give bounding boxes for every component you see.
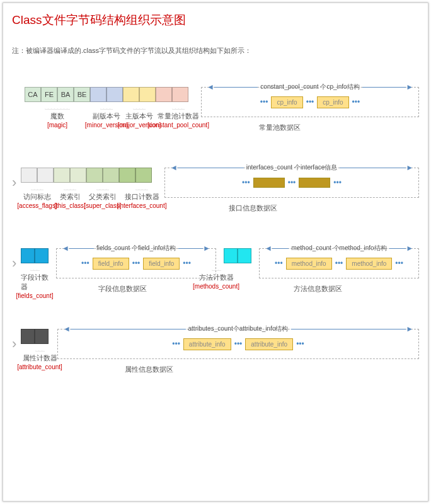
label-key: [attribute_count] xyxy=(17,364,62,370)
attribute-info-box: attribute_info xyxy=(183,338,231,350)
constant-pool-area: ◄constant_pool_count 个cp_info结构► ••• cp_… xyxy=(201,87,419,117)
attributes-area: ◄attributes_count个attribute_info结构► ••• … xyxy=(57,329,419,359)
field-info-box: field_info xyxy=(143,258,180,270)
magic-byte: FE xyxy=(41,87,57,102)
diagram-frame: Class文件字节码结构组织示意图 注：被编译器编译成的.class字节码文件的… xyxy=(3,3,428,501)
dots-icon: ••• xyxy=(183,259,191,268)
row-4: › ◄attributes_count个attribute_info结构► ••… xyxy=(12,329,419,359)
dots-icon: ••• xyxy=(81,259,89,268)
dots-icon: ••• xyxy=(395,259,403,268)
interface-box xyxy=(299,178,330,188)
row-2: › ◄interfaces_count 个interface信息► ••• ••… xyxy=(12,168,419,198)
cp-info-box: cp_info xyxy=(317,96,348,108)
row-1: CA FE BA BE ◄constant_pool_count 个cp_inf… xyxy=(25,87,419,117)
label-name: 访问标志 xyxy=(23,192,51,202)
attribute-info-box: attribute_info xyxy=(245,338,293,350)
dots-icon: ••• xyxy=(335,259,343,268)
dots-icon: ••• xyxy=(288,178,296,187)
dots-icon: ••• xyxy=(172,340,180,348)
area-title: method_count 个method_info结构 xyxy=(289,244,389,253)
method-info-box: method_info xyxy=(346,258,392,270)
area-name: 接口信息数据区 xyxy=(164,203,341,213)
label-key: [this_class] xyxy=(54,202,85,209)
label-name: 常量池计数器 xyxy=(158,112,199,121)
magic-byte: BA xyxy=(57,87,74,102)
label-key: [methods_count] xyxy=(193,283,239,290)
dots-icon: ••• xyxy=(306,98,314,106)
dots-icon: ••• xyxy=(234,340,243,348)
cpcount-byte xyxy=(172,87,188,102)
row-3: › ◄fields_count 个field_info结构► ••• field… xyxy=(12,248,419,278)
area-title: fields_count 个field_info结构 xyxy=(94,244,178,253)
label-key: [magic] xyxy=(47,122,67,129)
page-title: Class文件字节码结构组织示意图 xyxy=(12,12,419,28)
label-name: 类索引 xyxy=(60,192,81,202)
minor-byte xyxy=(106,87,123,102)
area-name: 常量池数据区 xyxy=(201,123,359,132)
field-info-box: field_info xyxy=(93,258,129,270)
area-name: 方法信息数据区 xyxy=(239,284,396,294)
minor-byte xyxy=(90,87,106,102)
label-name: 方法计数器 xyxy=(199,273,234,282)
dots-icon: ••• xyxy=(260,98,268,106)
area-name: 字段信息数据区 xyxy=(56,284,188,294)
area-title: attributes_count个attribute_info结构 xyxy=(186,324,291,333)
dots-icon: ••• xyxy=(352,98,360,106)
area-title: interfaces_count 个interface信息 xyxy=(244,163,340,172)
label-key: [super_class] xyxy=(84,202,122,209)
method-info-box: method_info xyxy=(286,258,332,270)
interface-box xyxy=(253,178,285,188)
fields-area: ◄fields_count 个field_info结构► ••• field_i… xyxy=(56,248,216,278)
magic-byte: BE xyxy=(74,87,90,102)
major-byte xyxy=(139,87,156,102)
dots-icon: ••• xyxy=(242,178,250,187)
note-text: 注：被编译器编译成的.class字节码文件的字节流以及其组织结构如下如所示： xyxy=(12,46,419,55)
label-key: [interfaces_count] xyxy=(117,202,167,209)
label-name: 主版本号 xyxy=(125,112,153,121)
chevron-icon: › xyxy=(12,248,21,278)
dots-icon: ••• xyxy=(296,340,304,348)
label-name: 属性计数器 xyxy=(23,353,57,363)
label-name: 接口计数器 xyxy=(125,192,159,202)
dots-icon: ••• xyxy=(132,259,141,268)
label-name: 魔数 xyxy=(50,112,64,121)
label-key: [constant_pool_count] xyxy=(147,122,209,129)
label-name: 父类索引 xyxy=(89,192,117,202)
chevron-icon: › xyxy=(12,329,21,359)
methods-area: ◄method_count 个method_info结构► ••• method… xyxy=(259,248,419,278)
dots-icon: ••• xyxy=(275,259,283,268)
cpcount-byte xyxy=(156,87,172,102)
area-title: constant_pool_count 个cp_info结构 xyxy=(258,83,362,91)
label-name: 副版本号 xyxy=(93,112,120,121)
label-key: [fields_count] xyxy=(16,292,54,299)
dots-icon: ••• xyxy=(333,178,342,187)
label-key: [access_flags] xyxy=(17,202,57,209)
interfaces-area: ◄interfaces_count 个interface信息► ••• ••• … xyxy=(164,168,419,198)
area-name: 属性信息数据区 xyxy=(57,365,240,374)
magic-byte: CA xyxy=(25,87,41,102)
label-name: 字段计数器 xyxy=(21,273,49,292)
cp-info-box: cp_info xyxy=(271,96,302,108)
major-byte xyxy=(123,87,139,102)
chevron-icon: › xyxy=(12,168,21,198)
